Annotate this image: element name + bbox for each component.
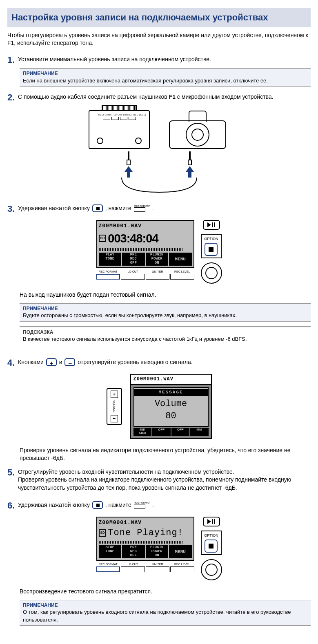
step-text: С помощью аудио-кабеля соедините разъем … — [18, 93, 169, 100]
softkey-menu: MENU — [169, 253, 192, 266]
note-box: ПРИМЕЧАНИЕ Если на внешнем устройстве вк… — [20, 68, 311, 87]
hw-label: LO CUT — [121, 562, 145, 566]
step-text: Отрегулируйте уровень входной чувствител… — [18, 468, 311, 476]
hw-label: REC FORMAT — [96, 270, 120, 274]
sd-icon: SD — [99, 235, 107, 242]
hw-label: LO CUT — [121, 270, 145, 274]
lcd-screen: Z00M0001.WAV SD 003:48:04 PLAYTONE PRERE… — [96, 220, 194, 268]
step-text: . — [152, 205, 154, 211]
level-meter-icon — [99, 248, 182, 251]
option-stop-button-icon — [205, 243, 218, 256]
lcd-illustration-2: Z00M0001.WAV SD Tone Playing! STOPTONE P… — [7, 517, 311, 580]
softkey-stop-tone: STOPTONE — [99, 545, 122, 558]
message-header: MESSAGE — [134, 389, 208, 396]
status-cell: OFF — [171, 428, 190, 436]
hw-rec-format-button-icon — [96, 566, 120, 572]
sd-icon: SD — [99, 529, 107, 537]
softkey-prerec: PRERECOFF — [122, 545, 145, 558]
lcd-main-text: Tone Playing! — [108, 527, 183, 540]
hint-box: ПОДСКАЗКА В качестве тестового сигнала и… — [20, 326, 311, 345]
hw-reclevel-button-icon — [170, 274, 194, 280]
hw-label: LIMITER — [146, 562, 170, 566]
page-title: Настройка уровня записи на подключаемых … — [7, 8, 311, 27]
volume-illustration: + VOLUME − Z00M0001.WAV MESSAGE Volume 8… — [7, 374, 311, 439]
camera-icon — [166, 108, 229, 149]
step-text: Проверяя уровень сигнала на индикаторе п… — [18, 476, 311, 492]
hw-reclevel-button-icon — [170, 566, 194, 572]
step-text: Удерживая нажатой кнопку — [18, 205, 91, 211]
status-cell: OFF — [152, 428, 171, 436]
step-2: 2. С помощью аудио-кабеля соедините разъ… — [7, 91, 311, 104]
level-meter-icon — [99, 541, 182, 544]
step-6: 6. Удерживая нажатой кнопку , нажмите RE… — [7, 500, 311, 512]
option-block: OPTION — [201, 531, 222, 555]
step-number: 3. — [7, 203, 18, 215]
hw-label: LIMITER — [146, 270, 170, 274]
step-text: и — [59, 359, 64, 365]
volume-slider-icon: + VOLUME − — [107, 388, 122, 425]
softkey-plugin-power: PLUGINPOWERON — [146, 253, 169, 266]
intro-text: Чтобы отрегулировать уровень записи на ц… — [7, 31, 311, 47]
device-name: F1 — [169, 93, 176, 100]
lcd-illustration-1: Z00M0001.WAV SD 003:48:04 PLAYTONE PRERE… — [7, 220, 311, 284]
step-4: 4. Кнопками + и − отрегулируйте уровень … — [7, 357, 311, 369]
cable-icon — [94, 178, 225, 195]
plug-right-icon — [186, 151, 194, 178]
play-pause-button-icon — [203, 517, 220, 526]
note-text: О том, как регулировать уровень входного… — [23, 608, 307, 623]
message-value: 80 — [134, 410, 208, 423]
option-stop-button-icon — [205, 540, 218, 553]
note-text: Будьте осторожны с громкостью, если вы к… — [23, 312, 307, 319]
plug-left-icon — [125, 151, 133, 178]
wheel-icon — [201, 262, 222, 284]
hint-title: ПОДСКАЗКА — [23, 329, 307, 336]
message-text: Volume — [134, 398, 208, 411]
step-text: с микрофонным входом устройства. — [176, 93, 274, 100]
hint-text: В качестве тестового сигнала используетс… — [23, 335, 307, 343]
plus-button-icon: + — [46, 358, 57, 366]
note-text: Если на внешнем устройстве включена авто… — [23, 77, 307, 84]
hw-locut-button-icon — [121, 274, 145, 280]
step-1: 1. Установите минимальный уровень записи… — [7, 54, 311, 67]
step-text: , нажмите — [105, 205, 133, 211]
note-title: ПРИМЕЧАНИЕ — [23, 70, 307, 77]
softkey-menu: MENU — [169, 545, 192, 558]
step-3: 3. Удерживая нажатой кнопку , нажмите RE… — [7, 203, 311, 215]
lcd-filename: Z00M0001.WAV — [99, 222, 192, 230]
step-3-after: На выход наушников будет подан тестовый … — [20, 291, 311, 299]
note-box: ПРИМЕЧАНИЕ Будьте осторожны с громкостью… — [20, 303, 311, 322]
hw-rec-format-button-icon — [96, 274, 120, 280]
step-5: 5. Отрегулируйте уровень входной чувстви… — [7, 466, 311, 492]
minus-button-icon: − — [64, 358, 75, 366]
step-text: Установите минимальный уровень записи на… — [18, 56, 211, 62]
step-number: 1. — [7, 54, 18, 67]
lcd-screen: Z00M0001.WAV SD Tone Playing! STOPTONE P… — [96, 517, 194, 561]
note-box: ПРИМЕЧАНИЕ О том, как регулировать урове… — [20, 600, 311, 626]
f1-device-icon: RECFORMAT LO CUT LIMITER REC LEVEL — [89, 110, 150, 149]
step-text: отрегулируйте уровень выходного сигнала. — [78, 359, 192, 365]
lcd-filename: Z00M0001.WAV — [130, 374, 212, 384]
step-text: . — [152, 502, 154, 508]
connection-illustration: RECFORMAT LO CUT LIMITER REC LEVEL — [7, 108, 311, 195]
step-number: 5. — [7, 466, 18, 479]
stop-button-icon — [92, 204, 103, 212]
step-4-after: Проверяя уровень сигнала на индикаторе п… — [20, 446, 311, 462]
hw-locut-button-icon — [121, 566, 145, 572]
rec-format-button-icon: REC FORMAT — [134, 205, 150, 212]
step-6-after: Воспроизведение тестового сигнала прекра… — [20, 588, 311, 596]
status-cell: Mid — [190, 428, 209, 436]
hw-limiter-button-icon — [146, 274, 170, 280]
hw-label: REC FORMAT — [96, 562, 120, 566]
softkey-plugin-power: PLUGINPOWERON — [146, 545, 169, 558]
hw-label: REC LEVEL — [170, 270, 194, 274]
wheel-icon — [201, 559, 222, 580]
note-title: ПРИМЕЧАНИЕ — [23, 305, 307, 312]
step-text: Удерживая нажатой кнопку — [18, 502, 91, 508]
play-pause-button-icon — [203, 220, 220, 230]
hw-limiter-button-icon — [146, 566, 170, 572]
note-title: ПРИМЕЧАНИЕ — [23, 602, 307, 609]
step-number: 4. — [7, 357, 18, 369]
softkey-prerec: PRERECOFF — [122, 253, 145, 266]
lcd-time: 003:48:04 — [108, 230, 158, 247]
softkey-play-tone: PLAYTONE — [99, 253, 122, 266]
